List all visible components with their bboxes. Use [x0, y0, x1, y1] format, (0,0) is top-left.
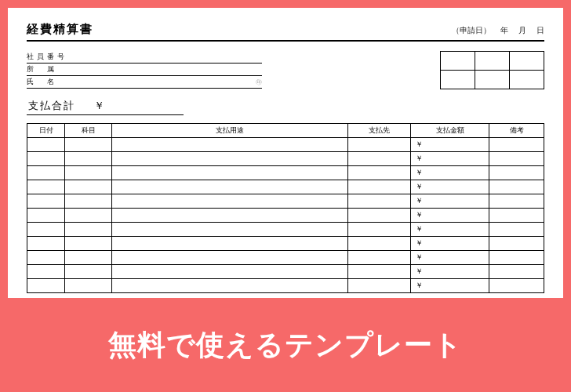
cell-amount: ￥	[411, 166, 489, 180]
department-field: 所 属	[27, 64, 262, 76]
cell-date	[27, 265, 65, 279]
cell-amount: ￥	[411, 152, 489, 166]
cell-purpose	[112, 237, 348, 251]
table-row: ￥	[27, 223, 544, 237]
date-year: 年	[500, 26, 508, 34]
cell-purpose	[112, 180, 348, 194]
cell-amount: ￥	[411, 237, 489, 251]
cell-purpose	[112, 194, 348, 209]
header-date: 日付	[27, 124, 65, 138]
total-symbol: ￥	[94, 100, 106, 111]
title-divider	[27, 40, 544, 42]
cell-payee	[348, 209, 411, 223]
date-day: 日	[536, 26, 544, 34]
header-amount: 支払金額	[411, 124, 489, 138]
payment-total: 支払合計 ￥	[27, 96, 184, 115]
total-label: 支払合計	[28, 100, 75, 111]
table-row: ￥	[27, 237, 544, 251]
cell-purpose	[112, 138, 348, 152]
cell-note	[489, 279, 544, 293]
date-label: （申請日）	[452, 26, 491, 34]
cell-date	[27, 152, 65, 166]
cell-note	[489, 138, 544, 152]
cell-purpose	[112, 251, 348, 265]
header-purpose: 支払用途	[112, 124, 348, 138]
cell-amount: ￥	[411, 209, 489, 223]
cell-payee	[348, 223, 411, 237]
cell-subject	[65, 223, 112, 237]
cell-purpose	[112, 223, 348, 237]
cell-subject	[65, 138, 112, 152]
cell-payee	[348, 138, 411, 152]
cell-subject	[65, 166, 112, 180]
stamp-cell	[475, 71, 510, 89]
seal-icon: ㊞	[256, 78, 262, 86]
cell-payee	[348, 237, 411, 251]
stamp-cell	[441, 52, 475, 71]
cell-subject	[65, 237, 112, 251]
cell-subject	[65, 265, 112, 279]
cell-payee	[348, 251, 411, 265]
table-row: ￥	[27, 194, 544, 209]
cell-subject	[65, 251, 112, 265]
stamp-cell	[510, 52, 544, 71]
cell-purpose	[112, 152, 348, 166]
cell-note	[489, 152, 544, 166]
stamp-cell	[441, 71, 475, 89]
employee-id-label: 社員番号	[27, 52, 74, 62]
table-row: ￥	[27, 265, 544, 279]
cell-subject	[65, 152, 112, 166]
cell-date	[27, 251, 65, 265]
table-row: ￥	[27, 166, 544, 180]
cell-amount: ￥	[411, 265, 489, 279]
cell-purpose	[112, 265, 348, 279]
cell-payee	[348, 265, 411, 279]
cell-payee	[348, 166, 411, 180]
cell-note	[489, 194, 544, 209]
table-row: ￥	[27, 138, 544, 152]
cell-note	[489, 237, 544, 251]
employee-id-field: 社員番号	[27, 51, 262, 64]
cell-subject	[65, 194, 112, 209]
title-row: 経費精算書 （申請日） 年 月 日	[27, 22, 544, 37]
header-note: 備考	[489, 124, 544, 138]
cell-date	[27, 237, 65, 251]
cell-date	[27, 279, 65, 293]
cell-date	[27, 223, 65, 237]
stamp-cell	[475, 52, 510, 71]
header-payee: 支払先	[348, 124, 411, 138]
name-field: 氏 名 ㊞	[27, 76, 262, 89]
banner-text: 無料で使えるテンプレート	[108, 326, 463, 365]
cell-purpose	[112, 209, 348, 223]
approval-stamp-grid	[440, 51, 544, 89]
cell-payee	[348, 279, 411, 293]
cell-note	[489, 180, 544, 194]
cell-purpose	[112, 279, 348, 293]
cell-date	[27, 138, 65, 152]
department-label: 所 属	[27, 64, 74, 74]
cell-date	[27, 166, 65, 180]
name-label: 氏 名	[27, 77, 74, 87]
cell-date	[27, 194, 65, 209]
cell-amount: ￥	[411, 180, 489, 194]
cell-payee	[348, 180, 411, 194]
cell-amount: ￥	[411, 251, 489, 265]
cell-purpose	[112, 166, 348, 180]
table-row: ￥	[27, 180, 544, 194]
document-title: 経費精算書	[27, 22, 93, 37]
date-month: 月	[518, 26, 526, 34]
employee-info: 社員番号 所 属 氏 名 ㊞	[27, 51, 262, 89]
cell-note	[489, 265, 544, 279]
cell-amount: ￥	[411, 138, 489, 152]
table-row: ￥	[27, 152, 544, 166]
cell-note	[489, 209, 544, 223]
cell-note	[489, 166, 544, 180]
cell-subject	[65, 279, 112, 293]
cell-payee	[348, 152, 411, 166]
cell-date	[27, 209, 65, 223]
expense-report-document: 経費精算書 （申請日） 年 月 日 社員番号 所 属 氏 名 ㊞ 支払合計	[8, 8, 563, 298]
cell-amount: ￥	[411, 279, 489, 293]
expense-table: 日付 科目 支払用途 支払先 支払金額 備考 ￥￥￥￥￥￥￥￥￥￥￥	[27, 123, 544, 293]
cell-amount: ￥	[411, 223, 489, 237]
cell-date	[27, 180, 65, 194]
